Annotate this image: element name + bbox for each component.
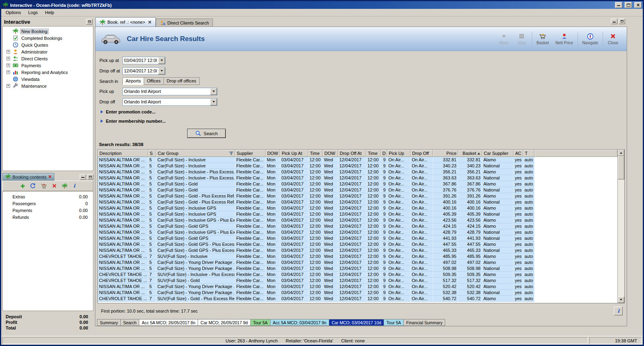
search-in-tab-airports[interactable]: Airports xyxy=(122,77,144,85)
dropoff-dropdown-button[interactable] xyxy=(210,99,217,105)
bottom-tab-car-mco-03-04-2017-10d-selected[interactable]: Car MCO; 03/04/2017 10d xyxy=(329,319,384,326)
result-row[interactable]: NISSAN ALTIMA OR ...5Car(Full Size) - Yo… xyxy=(98,266,617,272)
result-row[interactable]: NISSAN ALTIMA OR ...5Car(Full Size) - In… xyxy=(98,163,617,169)
tab-direct-clients-search[interactable]: Direct Clients Search xyxy=(156,19,213,27)
result-row[interactable]: CHEVROLET TAHOE ...7SUV(Full Size) - Inc… xyxy=(98,272,617,278)
sidebar-item-direct-clients[interactable]: +Direct Clients xyxy=(3,55,93,62)
column-header-d[interactable]: D xyxy=(381,150,387,157)
sidebar-item-administrator[interactable]: +Administrator xyxy=(3,48,93,55)
tab-close-icon[interactable]: ✕ xyxy=(148,20,152,25)
result-row[interactable]: CHEVROLET TAHOE ...7SUV(Full Size) - Gol… xyxy=(98,296,617,302)
result-row[interactable]: NISSAN ALTIMA OR ...5Car(Full Size) - Go… xyxy=(98,235,617,241)
membership-number-expander[interactable]: Enter membership number... xyxy=(101,117,627,125)
booking-content-row-payments[interactable]: Payments0.00 xyxy=(3,208,93,215)
menu-logs[interactable]: Logs xyxy=(25,9,41,16)
dropoff-location-input[interactable] xyxy=(123,99,210,105)
result-row[interactable]: NISSAN ALTIMA OR ...5Car(Full Size) - Go… xyxy=(98,193,617,199)
sidebar-item-new-booking[interactable]: New Booking xyxy=(3,28,93,35)
result-row[interactable]: NISSAN ALTIMA OR ...5Car(Full Size) - In… xyxy=(98,229,617,235)
sidebar-item-completed-bookings[interactable]: Completed Bookings xyxy=(3,35,93,41)
scrollbar-track[interactable] xyxy=(618,156,624,297)
bottom-tab-search[interactable]: Search xyxy=(120,319,139,326)
expander-icon[interactable]: + xyxy=(6,64,10,67)
column-header-price[interactable]: Price xyxy=(433,150,458,157)
bottom-tab-car-mco-26-05-2017-9d[interactable]: Car MCO; 26/05/2017 9d xyxy=(198,319,250,326)
column-header-time[interactable]: Time xyxy=(366,150,381,157)
column-header-car-group[interactable]: Car Group xyxy=(156,150,235,157)
result-row[interactable]: NISSAN ALTIMA OR ...5Car(Full Size) - Yo… xyxy=(98,284,617,290)
refresh-icon[interactable] xyxy=(30,183,36,189)
result-row[interactable]: NISSAN ALTIMA OR ...5Car(Full Size) - In… xyxy=(98,175,617,181)
expander-icon[interactable]: + xyxy=(6,84,10,88)
column-header-basket[interactable]: Basket xyxy=(458,150,482,157)
vertical-scrollbar[interactable] xyxy=(617,150,624,303)
column-header-drop-off-at[interactable]: Drop Off At xyxy=(338,150,366,157)
document-minimize-button[interactable] xyxy=(611,19,617,24)
column-header-pick-up[interactable]: Pick Up xyxy=(387,150,411,157)
menu-help[interactable]: Help xyxy=(41,9,58,16)
expander-icon[interactable]: + xyxy=(6,50,10,54)
result-row[interactable]: CHEVROLET TAHOE ...7SUV(Full Size) - Inc… xyxy=(98,253,617,260)
sidebar-item-maintenance[interactable]: +Maintenance xyxy=(3,82,93,89)
result-row[interactable]: NISSAN ALTIMA OR ...5Car(Full Size) - In… xyxy=(98,217,617,223)
window-maximize-button[interactable] xyxy=(625,2,632,8)
window-close-button[interactable] xyxy=(634,2,642,8)
result-row[interactable]: NISSAN ALTIMA OR ...5Car(Full Size) - In… xyxy=(98,205,617,211)
result-row[interactable]: NISSAN ALTIMA OR ...5Car(Full Size) - Yo… xyxy=(98,290,617,296)
pickup-at-dropdown-button[interactable] xyxy=(158,57,165,64)
result-row[interactable]: NISSAN ALTIMA OR ...5Car(Full Size) - Go… xyxy=(98,187,617,193)
search-button[interactable]: Search xyxy=(187,129,226,138)
expander-icon[interactable]: + xyxy=(6,57,10,60)
menu-options[interactable]: Options xyxy=(2,9,25,16)
result-row[interactable]: NISSAN ALTIMA OR ...5Car(Full Size) - In… xyxy=(98,169,617,175)
sidebar-item-payments[interactable]: +Payments xyxy=(3,62,93,69)
navigate-button[interactable]: Navigate xyxy=(579,33,601,45)
column-header-pick-up-at[interactable]: Pick Up At xyxy=(280,150,308,157)
expander-icon[interactable]: + xyxy=(6,70,10,74)
result-row[interactable]: NISSAN ALTIMA OR ...5Car(Full Size) - Go… xyxy=(98,247,617,253)
bottom-tab-tour-5a[interactable]: Tour 5A xyxy=(384,319,404,326)
tab-booking-ref[interactable]: Book. ref .: <none> ✕ xyxy=(95,17,156,27)
basket-query-icon[interactable]: ? xyxy=(41,183,47,189)
document-restore-button[interactable] xyxy=(619,19,625,24)
column-header-dow[interactable]: DOW xyxy=(323,150,338,157)
dropoff-at-input[interactable] xyxy=(123,68,158,74)
delete-icon[interactable] xyxy=(52,183,57,188)
sidebar-item-quick-quotes[interactable]: Quick Quotes xyxy=(3,41,93,48)
column-header-supplier[interactable]: Supplier xyxy=(235,150,266,157)
column-header-t[interactable]: T xyxy=(523,150,535,157)
booking-contents-close-icon[interactable]: ✕ xyxy=(48,175,52,179)
result-row[interactable]: NISSAN ALTIMA OR ...5Car(Full Size) - Go… xyxy=(98,223,617,229)
result-row[interactable]: NISSAN ALTIMA OR ...5Car(Full Size) - In… xyxy=(98,157,617,163)
booking-content-row-passengers[interactable]: Passengers0 xyxy=(3,201,93,208)
bottom-tab-tour-5a[interactable]: Tour 5A xyxy=(250,319,270,326)
search-in-tab-dropoff-offices[interactable]: Drop off offices xyxy=(163,77,200,85)
column-header-dow[interactable]: DOW xyxy=(266,150,280,157)
sidebar-item-viewdata[interactable]: Viewdata xyxy=(3,76,93,82)
info-button[interactable]: i xyxy=(614,307,623,315)
info-icon[interactable]: i xyxy=(72,183,76,189)
result-row[interactable]: NISSAN ALTIMA OR ...5Car(Full Size) - Go… xyxy=(98,241,617,247)
result-row[interactable]: NISSAN ALTIMA OR ...5Car(Full Size) - Yo… xyxy=(98,260,617,266)
palm-icon[interactable] xyxy=(62,183,68,189)
bottom-tab-acc-5a-mco-26-05-2017-8n[interactable]: Acc 5A MCO; 26/05/2017 8n xyxy=(139,319,198,326)
column-header-ac[interactable]: AC xyxy=(514,150,523,157)
result-row[interactable]: CHEVROLET TAHOE ...7SUV(Full Size) - Gol… xyxy=(98,278,617,284)
booking-panel-maximize-button[interactable] xyxy=(87,174,93,180)
pickup-dropdown-button[interactable] xyxy=(210,88,217,95)
promotion-code-expander[interactable]: Enter promotion code... xyxy=(101,108,627,115)
bottom-tab-summary[interactable]: Summary xyxy=(97,319,121,326)
booking-content-row-refunds[interactable]: Refunds0.00 xyxy=(3,215,93,222)
booking-panel-minimize-button[interactable] xyxy=(80,174,86,180)
close-button[interactable]: Close xyxy=(604,33,622,45)
pickup-location-input[interactable] xyxy=(123,89,210,95)
result-row[interactable]: NISSAN ALTIMA OR ...5Car(Full Size) - Go… xyxy=(98,199,617,205)
column-header-s[interactable]: S xyxy=(148,150,156,157)
bottom-tab-financial-summary[interactable]: Financial Summary xyxy=(403,319,445,326)
sidebar-item-reporting-and-analytics[interactable]: +Reporting and Analytics xyxy=(3,69,93,76)
basket-button[interactable]: Basket xyxy=(533,33,552,45)
column-header-drop-off[interactable]: Drop Off xyxy=(411,150,433,157)
add-icon[interactable] xyxy=(20,183,25,189)
window-minimize-button[interactable] xyxy=(615,2,622,8)
search-in-tab-offices[interactable]: Offices xyxy=(144,77,164,85)
